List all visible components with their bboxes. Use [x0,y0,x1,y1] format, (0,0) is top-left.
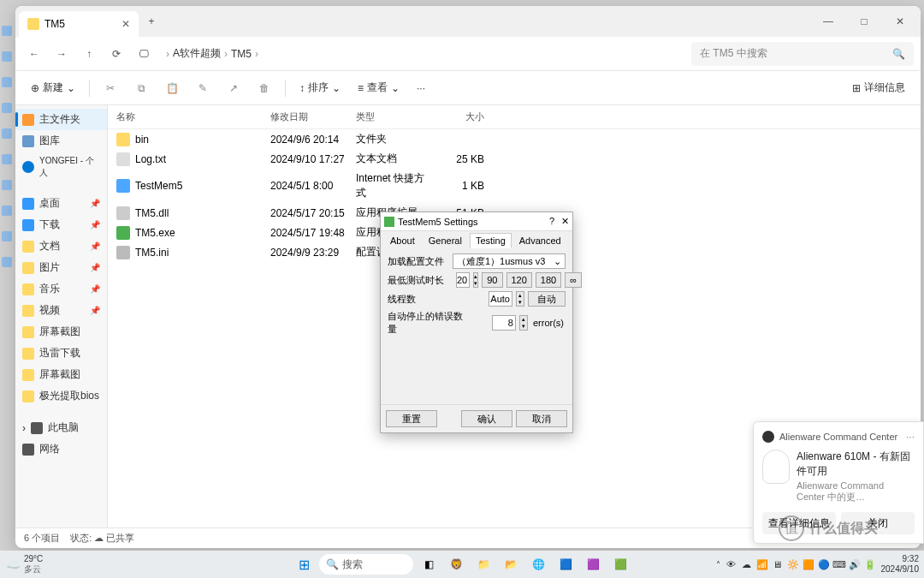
ok-button[interactable]: 确认 [461,410,512,427]
tab-general[interactable]: General [423,233,468,248]
threads-input[interactable]: Auto [489,291,512,307]
new-tab-button[interactable]: + [139,15,164,27]
sidebar-item-thispc[interactable]: › 此电脑 [15,417,107,438]
preset-90-button[interactable]: 90 [482,272,502,288]
paste-icon[interactable]: 📋 [158,76,186,100]
file-row[interactable]: Log.txt2024/9/10 17:27文本文档25 KB [108,149,921,169]
dialog-title: TestMem5 Settings [398,217,478,227]
column-name[interactable]: 名称 [116,110,270,123]
threads-spinner[interactable]: ▴▾ [516,291,524,307]
cancel-button[interactable]: 取消 [516,410,567,427]
weather-widget[interactable]: ☁️ 29°C多云 [5,554,43,575]
sidebar-item-screenshots1[interactable]: 屏幕截图 [15,321,107,343]
column-size[interactable]: 大小 [433,110,484,123]
pc-icon[interactable]: 🖵 [132,42,156,66]
errors-input[interactable]: 8 [492,315,516,331]
taskbar-app-icon[interactable]: 🟩 [608,552,632,576]
folder-icon [27,18,39,30]
taskbar-app-icon[interactable]: 🟪 [581,552,605,576]
file-date: 2024/5/17 20:15 [270,207,356,219]
file-type: Internet 快捷方式 [356,171,433,200]
file-type: 文本文档 [356,152,433,166]
errors-unit: error(s) [531,318,566,328]
nav-bar: ← → ↑ ⟳ 🖵 › A软件超频 › TM5 › 在 TM5 中搜索 🔍 [15,37,921,71]
sidebar-item-onedrive[interactable]: YONGFEI - 个人 [15,152,107,182]
file-row[interactable]: TestMem52024/5/1 8:00Internet 快捷方式1 KB [108,169,921,203]
config-select[interactable]: （难度1）1usmus v3⌄ [453,253,566,269]
sidebar-item-downloads[interactable]: 下载📌 [15,214,107,235]
time-input[interactable]: 20 [456,272,470,288]
preset-120-button[interactable]: 120 [506,272,532,288]
search-icon: 🔍 [892,48,905,60]
sort-button[interactable]: ↕ 排序 ⌄ [293,76,347,100]
details-button[interactable]: ⊞ 详细信息 [845,76,912,100]
tab-about[interactable]: About [384,233,421,248]
preset-180-button[interactable]: 180 [536,272,561,288]
sidebar-item-screenshots2[interactable]: 屏幕截图 [15,364,107,385]
window-close-button[interactable]: ✕ [883,9,917,34]
start-button[interactable]: ⊞ [292,552,316,576]
search-input[interactable]: 在 TM5 中搜索 🔍 [691,42,914,66]
tab-tm5[interactable]: TM5 ✕ [19,11,139,37]
forward-button[interactable]: → [50,42,74,66]
sidebar-item-gallery[interactable]: 图库 [15,130,107,152]
file-name: Log.txt [135,153,166,165]
sidebar-item-bios[interactable]: 极光提取bios [15,385,107,407]
task-view-icon[interactable]: ◧ [417,552,441,576]
app-icon [384,217,394,227]
time-spinner[interactable]: ▴▾ [473,272,478,288]
copy-icon[interactable]: ⧉ [127,76,155,100]
auto-button[interactable]: 自动 [528,291,566,307]
rename-icon[interactable]: ✎ [189,76,216,100]
sidebar-item-videos[interactable]: 视频📌 [15,300,107,321]
taskbar-clock[interactable]: 9:32 2024/9/10 [881,554,920,575]
reset-button[interactable]: 重置 [386,410,437,427]
taskbar: ☁️ 29°C多云 ⊞ 🔍 搜索 ◧ 🦁 📁 📂 🌐 🟦 🟪 🟩 ˄ 👁☁📶🖥🔆… [0,551,924,578]
taskbar-app-icon[interactable]: 🟦 [554,552,578,576]
breadcrumb[interactable]: › A软件超频 › TM5 › [166,46,688,61]
dialog-close-button[interactable]: ✕ [561,216,569,227]
share-icon[interactable]: ↗ [220,76,247,100]
sidebar-item-desktop[interactable]: 桌面📌 [15,193,107,214]
taskbar-search[interactable]: 🔍 搜索 [319,554,413,575]
window-maximize-button[interactable]: □ [847,9,881,34]
taskbar-app-icon[interactable]: 🦁 [444,552,468,576]
view-button[interactable]: ≡ 查看 ⌄ [351,76,406,100]
sidebar-item-home[interactable]: 主文件夹 [15,109,107,130]
tab-close-icon[interactable]: ✕ [121,18,130,30]
column-type[interactable]: 类型 [356,110,433,123]
new-button[interactable]: ⊕ 新建 ⌄ [24,76,82,100]
sidebar-item-documents[interactable]: 文档📌 [15,235,107,257]
dialog-titlebar[interactable]: TestMem5 Settings ? ✕ [381,212,572,231]
notification-more-icon[interactable]: ··· [906,431,915,443]
column-date[interactable]: 修改日期 [270,110,356,123]
refresh-button[interactable]: ⟳ [104,42,128,66]
system-tray[interactable]: 👁☁📶🖥🔆🟧🔵⌨🔊🔋 [726,558,876,570]
breadcrumb-item[interactable]: A软件超频 [173,46,221,61]
file-icon [116,206,130,220]
preset-inf-button[interactable]: ∞ [565,272,582,288]
errors-spinner[interactable]: ▴▾ [519,315,528,331]
file-name: TestMem5 [135,180,182,192]
window-minimize-button[interactable]: — [811,9,845,34]
file-icon [116,179,130,193]
dialog-help-button[interactable]: ? [549,216,554,227]
cut-icon[interactable]: ✂ [97,76,124,100]
sidebar-item-xunlei[interactable]: 迅雷下载 [15,343,107,364]
sidebar-item-pictures[interactable]: 图片📌 [15,257,107,278]
tray-chevron-icon[interactable]: ˄ [716,560,720,569]
threads-label: 线程数 [388,293,449,306]
delete-icon[interactable]: 🗑 [251,76,278,100]
file-row[interactable]: bin2024/9/6 20:14文件夹 [108,129,921,149]
back-button[interactable]: ← [22,42,46,66]
edge-icon[interactable]: 🌐 [526,552,550,576]
breadcrumb-item[interactable]: TM5 [231,48,252,60]
sidebar-item-music[interactable]: 音乐📌 [15,278,107,300]
up-button[interactable]: ↑ [77,42,101,66]
sidebar-item-network[interactable]: 网络 [15,438,107,460]
more-button[interactable]: ··· [410,76,432,100]
taskbar-app-icon[interactable]: 📁 [471,552,495,576]
tab-advanced[interactable]: Advanced [513,233,567,248]
tab-testing[interactable]: Testing [470,233,512,248]
explorer-icon[interactable]: 📂 [499,552,523,576]
